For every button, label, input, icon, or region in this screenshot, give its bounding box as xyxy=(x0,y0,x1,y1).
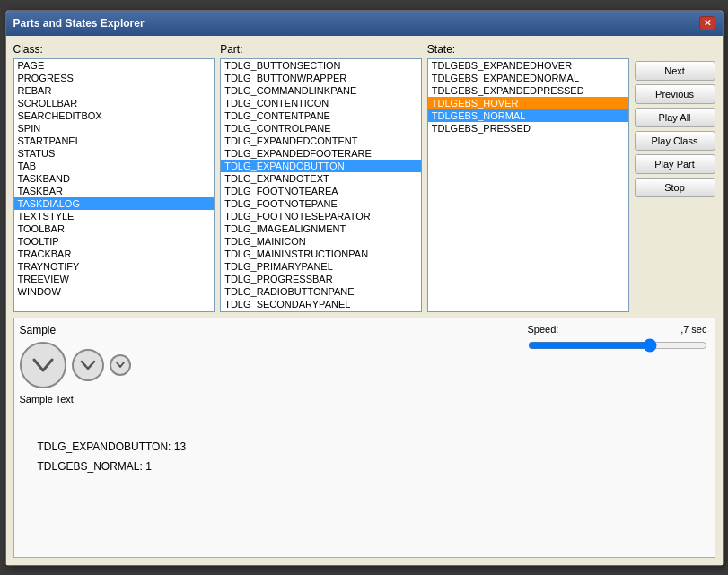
list-item[interactable]: SCROLLBAR xyxy=(14,97,215,109)
list-item[interactable]: TRACKBAR xyxy=(14,248,215,260)
list-item[interactable]: SEARCHEDITBOX xyxy=(14,109,215,122)
list-item[interactable]: TDLG_CONTENTPANE xyxy=(221,109,421,122)
list-item[interactable]: TDLG_BUTTONWRAPPER xyxy=(221,72,421,84)
list-item[interactable]: TOOLTIP xyxy=(14,235,215,248)
speed-label: Speed: xyxy=(528,324,559,335)
sample-icons-container: Sample Text xyxy=(20,342,131,405)
part-label: Part: xyxy=(220,43,422,56)
sample-text: Sample Text xyxy=(20,394,131,405)
play-all-button[interactable]: Play All xyxy=(635,108,715,127)
list-item[interactable]: TDLG_FOOTNOTEPANE xyxy=(221,197,421,210)
info-line1: TDLG_EXPANDOBUTTON: 13 xyxy=(38,440,709,453)
list-item[interactable]: TASKBAR xyxy=(14,185,215,197)
state-panel: State: TDLGEBS_EXPANDEDHOVERTDLGEBS_EXPA… xyxy=(427,43,629,312)
part-listbox[interactable]: TDLG_BUTTONSECTIONTDLG_BUTTONWRAPPERTDLG… xyxy=(220,58,422,312)
expand-icon-large xyxy=(20,342,66,388)
list-item[interactable]: TDLG_COMMANDLINKPANE xyxy=(221,84,421,97)
list-item[interactable]: TDLG_MAINICON xyxy=(221,235,421,248)
list-item[interactable]: PROGRESS xyxy=(14,72,215,84)
list-item[interactable]: TDLGEBS_NORMAL xyxy=(428,109,628,122)
window-title: Parts and States Explorer xyxy=(13,17,145,30)
list-item[interactable]: TDLG_PRIMARYPANEL xyxy=(221,260,421,273)
list-item[interactable]: TDLG_EXPANDEDCONTENT xyxy=(221,135,421,147)
list-panels: Class: PAGEPROGRESSREBARSCROLLBARSEARCHE… xyxy=(13,43,629,312)
info-text: TDLG_EXPANDOBUTTON: 13 TDLGEBS_NORMAL: 1 xyxy=(20,440,709,480)
close-button[interactable]: ✕ xyxy=(699,16,715,30)
list-item[interactable]: TDLGEBS_PRESSED xyxy=(428,122,628,135)
list-item[interactable]: TDLG_MAININSTRUCTIONPAN xyxy=(221,248,421,260)
state-label: State: xyxy=(427,43,629,56)
list-item[interactable]: TOOLBAR xyxy=(14,222,215,235)
class-listbox[interactable]: PAGEPROGRESSREBARSCROLLBARSEARCHEDITBOXS… xyxy=(13,58,215,312)
class-label: Class: xyxy=(13,43,215,56)
speed-slider[interactable] xyxy=(528,338,707,353)
list-item[interactable]: TDLG_CONTROLPANE xyxy=(221,122,421,135)
bottom-section: Sample xyxy=(13,318,715,558)
list-item[interactable]: TDLG_EXPANDOTEXT xyxy=(221,172,421,185)
list-item[interactable]: WINDOW xyxy=(14,285,215,298)
list-item[interactable]: TDLG_IMAGEALIGNMENT xyxy=(221,222,421,235)
list-item[interactable]: SPIN xyxy=(14,122,215,135)
action-buttons: Next Previous Play All Play Class Play P… xyxy=(635,43,715,312)
list-item[interactable]: TDLG_EXPANDEDFOOTERARE xyxy=(221,147,421,160)
list-item[interactable]: TDLG_CONTENTICON xyxy=(221,97,421,109)
list-item[interactable]: TAB xyxy=(14,160,215,172)
list-item[interactable]: TDLG_RADIOBUTTONPANE xyxy=(221,285,421,298)
next-button[interactable]: Next xyxy=(635,61,715,81)
state-listbox[interactable]: TDLGEBS_EXPANDEDHOVERTDLGEBS_EXPANDEDNOR… xyxy=(427,58,629,312)
list-item[interactable]: TREEVIEW xyxy=(14,273,215,285)
list-item[interactable]: TASKBAND xyxy=(14,172,215,185)
title-bar: Parts and States Explorer ✕ xyxy=(6,11,723,36)
part-panel: Part: TDLG_BUTTONSECTIONTDLG_BUTTONWRAPP… xyxy=(220,43,422,312)
info-line2: TDLGEBS_NORMAL: 1 xyxy=(38,460,709,473)
list-item[interactable]: TDLG_FOOTNOTEAREA xyxy=(221,185,421,197)
list-item[interactable]: TDLG_EXPANDOBUTTON xyxy=(221,160,421,172)
expand-icon-medium xyxy=(72,349,104,381)
stop-button[interactable]: Stop xyxy=(635,178,715,197)
list-item[interactable]: PAGE xyxy=(14,59,215,72)
speed-label-row: Speed: ,7 sec xyxy=(528,324,707,335)
list-item[interactable]: TDLG_BUTTONSECTION xyxy=(221,59,421,72)
list-item[interactable]: TDLGEBS_EXPANDEDNORMAL xyxy=(428,72,628,84)
list-item[interactable]: TASKDIALOG xyxy=(14,197,215,210)
list-item[interactable]: TDLGEBS_EXPANDEDHOVER xyxy=(428,59,628,72)
list-item[interactable]: TDLGEBS_EXPANDEDPRESSED xyxy=(428,84,628,97)
list-item[interactable]: TDLG_FOOTNOTESEPARATOR xyxy=(221,210,421,222)
list-item[interactable]: TRAYNOTIFY xyxy=(14,260,215,273)
list-item[interactable]: REBAR xyxy=(14,84,215,97)
content-area: Class: PAGEPROGRESSREBARSCROLLBARSEARCHE… xyxy=(6,36,723,565)
list-item[interactable]: STATUS xyxy=(14,147,215,160)
speed-panel: Speed: ,7 sec xyxy=(528,324,707,353)
play-part-button[interactable]: Play Part xyxy=(635,154,715,174)
play-class-button[interactable]: Play Class xyxy=(635,131,715,151)
previous-button[interactable]: Previous xyxy=(635,84,715,104)
list-item[interactable]: TDLG_SECONDARYPANEL xyxy=(221,298,421,310)
top-section: Class: PAGEPROGRESSREBARSCROLLBARSEARCHE… xyxy=(13,43,715,312)
expand-icon-small xyxy=(110,354,131,376)
main-window: Parts and States Explorer ✕ Class: PAGEP… xyxy=(5,10,724,566)
list-item[interactable]: TDLG_PROGRESSBAR xyxy=(221,273,421,285)
speed-value: ,7 sec xyxy=(680,324,706,335)
sample-icons-row xyxy=(20,342,131,388)
list-item[interactable]: TEXTSTYLE xyxy=(14,210,215,222)
class-panel: Class: PAGEPROGRESSREBARSCROLLBARSEARCHE… xyxy=(13,43,215,312)
list-item[interactable]: STARTPANEL xyxy=(14,135,215,147)
list-item[interactable]: TDLGEBS_HOVER xyxy=(428,97,628,109)
